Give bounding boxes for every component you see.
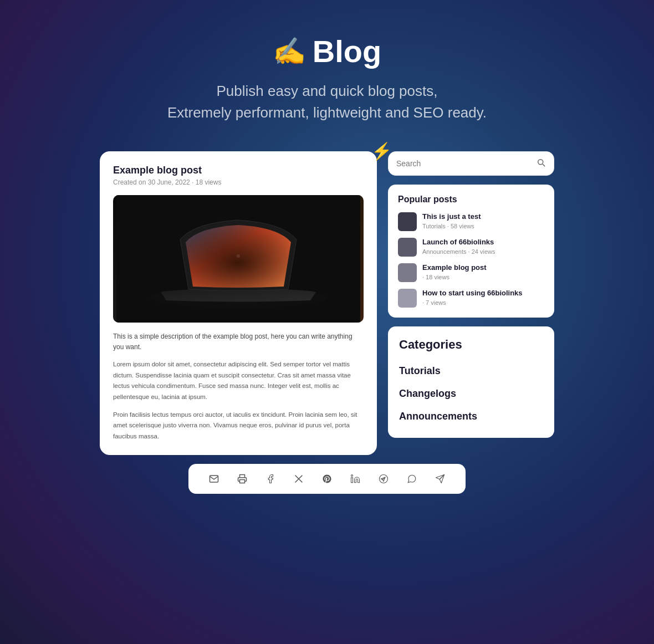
share-whatsapp-button[interactable] bbox=[405, 472, 419, 486]
share-pinterest-button[interactable] bbox=[320, 472, 334, 486]
header-subtitle: Publish easy and quick blog posts, Extre… bbox=[167, 80, 487, 124]
telegram-icon bbox=[435, 474, 445, 484]
categories-title: Categories bbox=[399, 338, 543, 352]
svg-point-2 bbox=[237, 254, 240, 258]
post-thumb-4 bbox=[398, 289, 417, 308]
facebook-icon bbox=[265, 474, 275, 484]
email-icon bbox=[209, 474, 219, 484]
lightning-icon: ⚡ bbox=[371, 141, 392, 161]
post-meta-3: · 18 views bbox=[422, 274, 544, 280]
popular-post-item-3[interactable]: Example blog post · 18 views bbox=[398, 263, 544, 282]
post-meta-1: Tutorials · 58 views bbox=[422, 223, 544, 229]
post-info-1: This is just a test Tutorials · 58 views bbox=[422, 212, 544, 229]
post-title-2: Launch of 66biolinks bbox=[422, 238, 544, 247]
twitter-x-icon bbox=[294, 474, 304, 484]
popular-posts-card: Popular posts This is just a test Tutori… bbox=[388, 185, 554, 318]
post-title-1: This is just a test bbox=[422, 212, 544, 222]
search-icon bbox=[536, 157, 546, 167]
post-thumb-3 bbox=[398, 263, 417, 282]
linkedin-icon bbox=[350, 474, 360, 484]
svg-rect-4 bbox=[351, 478, 353, 483]
share-telegram-button[interactable] bbox=[433, 472, 447, 486]
share-bar bbox=[188, 464, 466, 494]
pencil-emoji: ✍️ bbox=[273, 36, 306, 67]
page-title: Blog bbox=[313, 33, 381, 69]
blog-card: Example blog post Created on 30 June, 20… bbox=[100, 151, 377, 455]
post-info-4: How to start using 66biolinks · 7 views bbox=[422, 289, 544, 306]
share-email-button[interactable] bbox=[207, 472, 221, 486]
popular-post-item-4[interactable]: How to start using 66biolinks · 7 views bbox=[398, 289, 544, 308]
post-title-3: Example blog post bbox=[422, 263, 544, 273]
pinterest-icon bbox=[322, 474, 332, 484]
share-twitter-button[interactable] bbox=[292, 472, 306, 486]
share-facebook-button[interactable] bbox=[263, 472, 278, 486]
category-tutorials[interactable]: Tutorials bbox=[399, 361, 543, 381]
post-thumb-1 bbox=[398, 212, 417, 231]
blog-lorem-1: Lorem ipsum dolor sit amet, consectetur … bbox=[113, 359, 364, 402]
page-header: ✍️ Blog Publish easy and quick blog post… bbox=[167, 33, 487, 124]
whatsapp-icon bbox=[407, 474, 417, 484]
category-changelogs[interactable]: Changelogs bbox=[399, 384, 543, 404]
share-print-button[interactable] bbox=[235, 472, 249, 486]
popular-post-item-1[interactable]: This is just a test Tutorials · 58 views bbox=[398, 212, 544, 231]
sidebar: Popular posts This is just a test Tutori… bbox=[388, 151, 554, 455]
post-thumb-2 bbox=[398, 238, 417, 257]
blog-lorem-2: Proin facilisis lectus tempus orci aucto… bbox=[113, 410, 364, 442]
print-icon bbox=[237, 474, 247, 484]
blog-post-meta: Created on 30 June, 2022 · 18 views bbox=[113, 178, 364, 186]
telegram-circle-icon bbox=[379, 474, 389, 484]
category-announcements[interactable]: Announcements bbox=[399, 406, 543, 427]
blog-description: This is a simple description of the exam… bbox=[113, 331, 364, 352]
categories-card: Categories Tutorials Changelogs Announce… bbox=[388, 326, 554, 438]
title-row: ✍️ Blog bbox=[273, 33, 381, 69]
search-box[interactable] bbox=[388, 151, 554, 176]
search-button[interactable] bbox=[536, 157, 546, 170]
svg-rect-3 bbox=[239, 480, 244, 483]
post-title-4: How to start using 66biolinks bbox=[422, 289, 544, 298]
share-telegram-circle-button[interactable] bbox=[376, 472, 391, 486]
blog-post-image bbox=[113, 195, 364, 323]
post-info-3: Example blog post · 18 views bbox=[422, 263, 544, 280]
post-meta-4: · 7 views bbox=[422, 299, 544, 306]
share-linkedin-button[interactable] bbox=[348, 472, 362, 486]
post-meta-2: Announcements · 24 views bbox=[422, 248, 544, 255]
popular-post-item-2[interactable]: Launch of 66biolinks Announcements · 24 … bbox=[398, 238, 544, 257]
svg-point-5 bbox=[351, 475, 353, 477]
search-input[interactable] bbox=[396, 159, 532, 168]
blog-post-title: Example blog post bbox=[113, 165, 364, 176]
post-info-2: Launch of 66biolinks Announcements · 24 … bbox=[422, 238, 544, 255]
main-content: ⚡ Example blog post Created on 30 June, … bbox=[100, 151, 554, 455]
popular-posts-title: Popular posts bbox=[398, 195, 544, 205]
